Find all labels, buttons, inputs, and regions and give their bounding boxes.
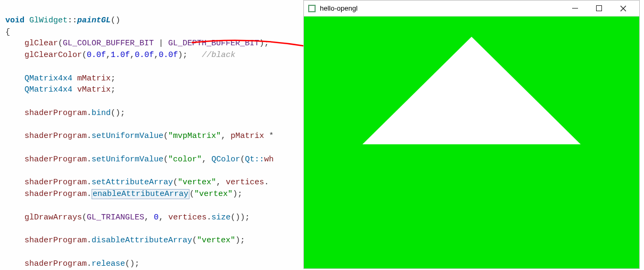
svg-marker-5	[362, 37, 581, 144]
function-name: paintGL	[77, 16, 111, 25]
method-disableattributearray: disableAttributeArray	[92, 236, 192, 245]
const-depthbit: GL_DEPTH_BUFFER_BIT	[168, 39, 259, 48]
title-bar[interactable]: hello-opengl	[304, 1, 639, 17]
method-setuniformvalue: setUniformValue	[92, 132, 163, 141]
parens: ()	[111, 16, 120, 25]
scope-op: ::	[68, 16, 77, 25]
method-setattributearray: setAttributeArray	[92, 178, 173, 187]
method-release: release	[92, 259, 125, 268]
const-gltriangles: GL_TRIANGLES	[87, 213, 144, 222]
fn-gldrawarrays: glDrawArrays	[24, 213, 82, 222]
svg-rect-2	[597, 6, 602, 11]
comment-black: //black	[202, 51, 235, 60]
maximize-button[interactable]	[587, 1, 611, 17]
brace-open: {	[5, 28, 10, 37]
fn-glclearcolor: glClearColor	[24, 51, 82, 60]
fn-glclear: glClear	[24, 39, 58, 48]
app-icon	[308, 5, 316, 12]
triangle-shape-icon	[304, 17, 639, 269]
window-title: hello-opengl	[320, 4, 358, 12]
method-size: size	[211, 213, 230, 222]
class-name: GlWidget	[29, 16, 68, 25]
type-qcolor: QColor	[211, 155, 240, 164]
const-colorbit: GL_COLOR_BUFFER_BIT	[63, 39, 154, 48]
minimize-button[interactable]	[563, 1, 587, 17]
var-shaderprogram: shaderProgram	[24, 109, 87, 118]
keyword-void: void	[5, 16, 24, 25]
code-editor: void GlWidget::paintGL() { glClear(GL_CO…	[0, 0, 303, 270]
type-qmatrix: QMatrix4x4	[24, 74, 72, 83]
method-enableattributearray: enableAttributeArray	[92, 189, 189, 199]
opengl-canvas	[304, 17, 639, 268]
opengl-window: hello-opengl	[303, 0, 640, 269]
close-button[interactable]	[611, 1, 635, 17]
method-bind: bind	[92, 109, 111, 118]
